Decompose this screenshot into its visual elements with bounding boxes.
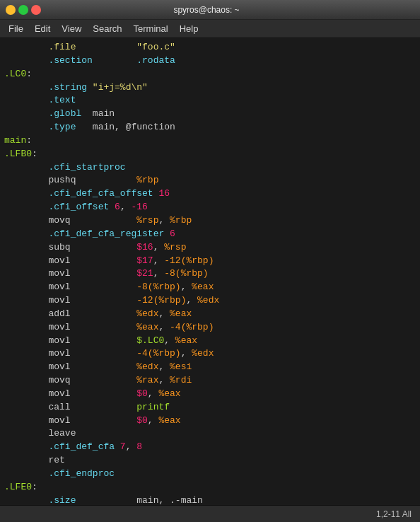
menu-item-file[interactable]: File: [3, 22, 29, 35]
terminal-line: movl $0, %eax: [4, 388, 416, 401]
code-token: [4, 188, 48, 199]
titlebar: spyros@chaos: ~: [0, 0, 420, 20]
terminal-line: main:: [4, 134, 416, 148]
minimize-button[interactable]: [6, 5, 16, 15]
terminal-line: movl $17, -12(%rbp): [4, 255, 416, 268]
terminal-line: .cfi_def_cfa 7, 8: [4, 441, 416, 454]
terminal-line: .size main, .-main: [4, 494, 416, 505]
code-token: [4, 348, 48, 359]
code-token: [4, 308, 48, 319]
terminal-line: .cfi_offset 6, -16: [4, 201, 416, 214]
code-area: .file "foo.c" .section .rodata.LC0: .str…: [4, 41, 416, 505]
code-token: main, @function: [93, 122, 175, 132]
code-token: $16: [136, 242, 153, 253]
code-token: [76, 122, 92, 132]
code-token: [4, 255, 48, 266]
code-token: .cfi_offset: [48, 202, 109, 212]
code-token: main: [4, 135, 26, 146]
code-token: .cfi_def_cfa: [48, 441, 115, 452]
code-token: [71, 335, 137, 346]
code-token: [4, 361, 48, 372]
code-token: movq: [48, 375, 70, 385]
code-token: 8: [136, 441, 142, 452]
code-token: [4, 295, 48, 306]
menu-item-edit[interactable]: Edit: [29, 22, 56, 35]
terminal-line: .type main, @function: [4, 121, 416, 134]
code-token: .string: [48, 82, 87, 93]
code-token: [71, 268, 137, 279]
code-token: %edx: [192, 348, 214, 359]
code-token: [71, 322, 137, 332]
code-token: $.LC0: [136, 335, 164, 346]
terminal-line: .string "i+j=%d\n": [4, 81, 416, 95]
terminal-line: addl %edx, %eax: [4, 308, 416, 321]
terminal-line: movl -4(%rbp), %edx: [4, 347, 416, 361]
code-token: ,: [153, 255, 165, 266]
menu-item-search[interactable]: Search: [87, 22, 127, 35]
code-token: ,: [158, 308, 170, 319]
code-token: [4, 242, 48, 253]
code-token: movl: [48, 255, 70, 266]
code-token: movl: [48, 322, 70, 332]
terminal-line: .text: [4, 94, 416, 108]
code-token: [4, 335, 48, 346]
menu-item-terminal[interactable]: Terminal: [128, 22, 174, 35]
code-token: .LFB0: [4, 149, 32, 159]
terminal-line: movq %rsp, %rbp: [4, 214, 416, 228]
close-button[interactable]: [31, 5, 41, 15]
code-token: -12(%rbp): [136, 295, 186, 306]
code-token: movl: [48, 361, 70, 372]
code-token: :: [32, 482, 37, 492]
code-token: [71, 255, 137, 266]
code-token: ,: [164, 335, 175, 346]
code-token: -16: [131, 202, 147, 212]
code-token: %rsp: [136, 215, 158, 226]
code-token: [4, 215, 48, 226]
code-token: [4, 268, 48, 279]
terminal-line: movl $21, -8(%rbp): [4, 267, 416, 281]
code-token: movq: [48, 215, 70, 226]
code-token: .LC0: [4, 69, 26, 79]
terminal-line: movl %eax, -4(%rbp): [4, 321, 416, 335]
terminal-line: movl $0, %eax: [4, 414, 416, 428]
menu-item-help[interactable]: Help: [174, 22, 204, 35]
code-token: 16: [158, 188, 170, 199]
code-token: movl: [48, 268, 70, 279]
code-token: [109, 202, 115, 212]
terminal-line: subq $16, %rsp: [4, 241, 416, 255]
code-token: [71, 361, 137, 372]
code-token: 6: [115, 202, 120, 212]
code-token: [4, 388, 48, 399]
code-token: %rbp: [170, 215, 192, 226]
code-token: call: [48, 402, 70, 412]
code-token: -12(%rbp): [164, 255, 214, 266]
terminal-line: .LFE0:: [4, 481, 416, 494]
code-token: [4, 42, 48, 52]
code-token: $17: [136, 255, 153, 266]
code-token: [4, 282, 48, 292]
maximize-button[interactable]: [18, 5, 28, 15]
code-token: :: [26, 69, 32, 79]
code-token: pushq: [48, 175, 76, 185]
code-token: 7: [120, 441, 126, 452]
code-token: %esi: [170, 361, 192, 372]
code-token: [4, 95, 48, 105]
terminal-line: leave: [4, 427, 416, 441]
code-token: [4, 455, 48, 465]
terminal-line: movl %edx, %esi: [4, 361, 416, 374]
terminal-line: .LFB0:: [4, 148, 416, 161]
terminal-line: .section .rodata: [4, 54, 416, 68]
code-token: subq: [48, 242, 70, 253]
code-token: %eax: [158, 388, 180, 399]
code-token: [4, 228, 48, 239]
statusbar: 1,2-11 All: [0, 505, 420, 522]
code-token: addl: [48, 308, 70, 319]
code-token: "i+j=%d\n": [87, 82, 148, 93]
code-token: [76, 495, 136, 505]
code-token: [4, 108, 48, 119]
menu-item-view[interactable]: View: [56, 22, 87, 35]
code-token: ,: [186, 295, 197, 306]
code-token: ,: [153, 268, 165, 279]
code-token: .size: [48, 495, 76, 505]
code-token: $0: [136, 415, 148, 426]
